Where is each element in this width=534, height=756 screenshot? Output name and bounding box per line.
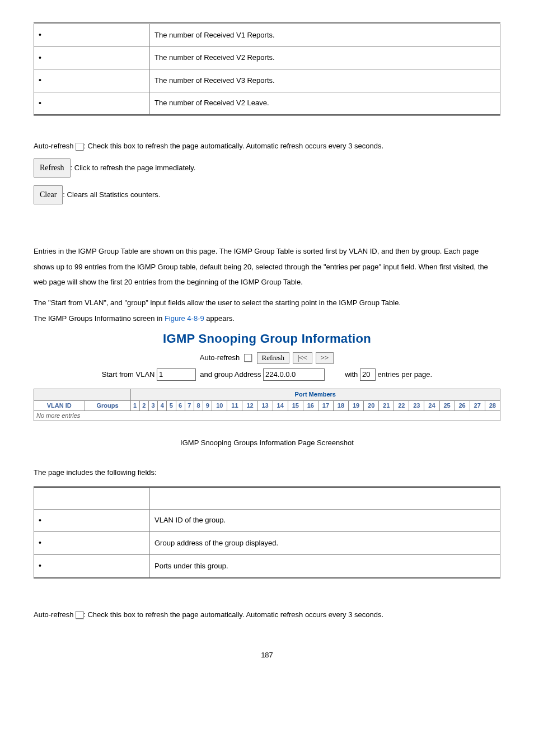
port-col: 5 [167, 400, 176, 410]
port-col: 20 [364, 400, 379, 410]
port-col: 14 [273, 400, 288, 410]
group-addr-input[interactable]: 224.0.0.0 [263, 368, 325, 381]
desc-cell: The number of Received V2 Reports. [150, 46, 500, 69]
auto-refresh-desc-2: Auto-refresh : Check this box to refresh… [34, 607, 500, 622]
entries-input[interactable]: 20 [360, 368, 376, 381]
fields-table: VLAN ID of the group. Group address of t… [34, 486, 500, 579]
caption-text: IGMP Snooping Groups Information Page Sc… [180, 438, 354, 447]
auto-refresh-checkbox[interactable] [244, 354, 252, 362]
checkbox-icon [76, 143, 83, 151]
desc-cell: The number of Received V3 Reports. [150, 69, 500, 92]
text: : Clears all Statistics counters. [63, 190, 160, 199]
port-col: 1 [130, 400, 139, 410]
desc-cell: Group address of the group displayed. [150, 532, 500, 555]
port-members-header: Port Members [130, 389, 500, 400]
port-col: 18 [333, 400, 348, 410]
port-col: 25 [439, 400, 455, 410]
port-col: 22 [394, 400, 409, 410]
text: appears. [204, 314, 235, 323]
figure-title: IGMP Snooping Group Information [34, 330, 500, 348]
text: Auto-refresh [34, 142, 76, 150]
refresh-desc: Refresh: Click to refresh the page immed… [34, 158, 500, 178]
port-col: 27 [470, 400, 485, 410]
text: Auto-refresh [34, 610, 76, 619]
port-col: 6 [176, 400, 185, 410]
bullet-cell [34, 509, 150, 532]
bullet-cell [34, 554, 150, 578]
port-col: 17 [318, 400, 333, 410]
received-reports-table: The number of Received V1 Reports. The n… [34, 22, 500, 116]
figure-toolbar: Auto-refresh Refresh |<< >> [34, 352, 500, 364]
desc-cell: Ports under this group. [150, 554, 500, 578]
port-col: 3 [148, 400, 157, 410]
checkbox-icon [76, 611, 83, 619]
groups-header: Groups [85, 400, 130, 410]
port-col: 12 [242, 400, 257, 410]
intro-line3: The IGMP Groups Informatino screen in Fi… [34, 311, 500, 326]
intro-line2: The "Start from VLAN", and "group" input… [34, 295, 500, 310]
bullet-cell [34, 92, 150, 115]
group-addr-label: and group Address [200, 370, 261, 378]
desc-cell: The number of Received V1 Reports. [150, 24, 500, 47]
next-page-button[interactable]: >> [316, 352, 334, 364]
no-more-entries: No more entries [34, 410, 500, 421]
bullet-cell [34, 24, 150, 47]
port-col: 23 [409, 400, 424, 410]
port-members-table: Port Members VLAN ID Groups 1 2 3 4 5 6 … [34, 389, 500, 421]
port-col: 11 [227, 400, 242, 410]
intro-paragraph: Entries in the IGMP Group Table are show… [34, 244, 500, 290]
with-label: with [345, 370, 358, 378]
text: : Click to refresh the page immediately. [71, 163, 196, 171]
port-col: 9 [203, 400, 212, 410]
port-col: 19 [349, 400, 364, 410]
port-col: 7 [185, 400, 194, 410]
figure-screenshot: IGMP Snooping Group Information Auto-ref… [34, 330, 500, 421]
desc-cell: VLAN ID of the group. [150, 509, 500, 532]
port-col: 4 [158, 400, 167, 410]
port-col: 16 [303, 400, 318, 410]
page-number: 187 [34, 650, 500, 660]
start-vlan-input[interactable]: 1 [157, 368, 196, 381]
text: : Check this box to refresh the page aut… [83, 610, 383, 619]
port-col: 15 [288, 400, 303, 410]
figure-ref-link[interactable]: Figure 4-8-9 [165, 314, 204, 323]
bullet-cell [34, 69, 150, 92]
desc-cell: The number of Received V2 Leave. [150, 92, 500, 115]
bullet-cell [34, 532, 150, 555]
clear-desc: Clear: Clears all Statistics counters. [34, 185, 500, 204]
refresh-button[interactable]: Refresh [34, 158, 71, 178]
vlan-id-header: VLAN ID [34, 400, 85, 410]
entries-per-page-label: entries per page. [378, 370, 433, 378]
figure-caption: IGMP Snooping Groups Information Page Sc… [34, 438, 500, 448]
fields-intro: The page includes the following fields: [34, 465, 500, 480]
first-page-button[interactable]: |<< [293, 352, 312, 364]
text: : Check this box to refresh the page aut… [83, 142, 383, 150]
port-col: 21 [379, 400, 394, 410]
clear-button[interactable]: Clear [34, 185, 63, 204]
port-col: 26 [455, 400, 470, 410]
auto-refresh-desc: Auto-refresh : Check this box to refresh… [34, 138, 500, 153]
start-vlan-label: Start from VLAN [102, 370, 155, 378]
port-col: 28 [485, 400, 500, 410]
port-col: 8 [194, 400, 203, 410]
port-col: 24 [424, 400, 439, 410]
bullet-cell [34, 46, 150, 69]
text: The IGMP Groups Informatino screen in [34, 314, 165, 323]
auto-refresh-label: Auto-refresh [200, 353, 240, 362]
figure-params: Start from VLAN 1 and group Address 224.… [34, 368, 500, 381]
port-col: 13 [257, 400, 273, 410]
port-col: 10 [212, 400, 227, 410]
refresh-button[interactable]: Refresh [257, 352, 289, 364]
port-col: 2 [139, 400, 148, 410]
